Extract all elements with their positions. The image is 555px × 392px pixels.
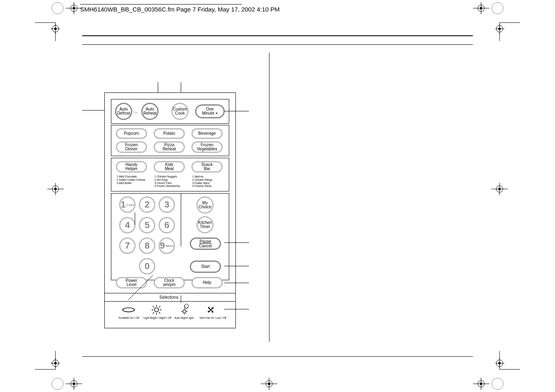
turntable-label: Turntable On / Off [114, 316, 143, 319]
header-rule-thin [82, 44, 473, 45]
potato-button[interactable]: Potato [154, 128, 185, 139]
lead-6 [224, 309, 249, 309]
key-5[interactable]: 5 [139, 217, 155, 233]
key-4[interactable]: 4 [119, 217, 136, 233]
lead-4 [224, 266, 249, 266]
divider-selections-bot [105, 301, 235, 302]
corner-mark-br [495, 351, 520, 380]
key-8[interactable]: 8 [139, 238, 155, 254]
key-1[interactable]: 1Less [119, 196, 136, 213]
lead-v4 [181, 220, 181, 245]
svg-point-55 [498, 188, 501, 190]
kids-list: 1.Chicken Nuggets 2.Hot Dogs 3.French Fr… [154, 175, 180, 188]
beverage-button[interactable]: Beverage [191, 128, 223, 139]
key-7[interactable]: 7 [119, 238, 136, 254]
svg-point-3 [492, 378, 503, 390]
corner-mark-tr [495, 12, 520, 41]
auto-reheat-button[interactable]: AutoReheat [141, 103, 159, 120]
svg-point-29 [54, 28, 57, 30]
svg-point-7 [73, 7, 75, 9]
key-6[interactable]: 6 [159, 217, 175, 233]
crop-mark-tr [473, 2, 489, 14]
pizza-reheat-button[interactable]: PizzaReheat [154, 141, 185, 153]
svg-point-51 [54, 188, 57, 190]
svg-point-35 [498, 28, 501, 30]
key-3[interactable]: 3 [159, 196, 175, 213]
light-icon[interactable] [151, 304, 162, 316]
auto-night-icon[interactable] [178, 303, 191, 316]
svg-point-57 [154, 308, 159, 312]
lead-2 [224, 111, 249, 111]
snack-list: 1.Nachos 2.Chicken Wings 3.Potato Skins … [192, 175, 212, 188]
dots: ... [134, 109, 138, 114]
svg-point-11 [480, 7, 482, 9]
side-mark-r [491, 183, 508, 195]
svg-point-23 [268, 383, 270, 385]
svg-point-2 [52, 378, 63, 390]
lead-3 [224, 242, 249, 243]
diag-lead [128, 275, 153, 300]
frozen-veg-button[interactable]: FrozenVegetables [191, 141, 223, 153]
crop-mark-tl [66, 2, 82, 14]
svg-point-41 [54, 362, 57, 364]
divider-selections-top [105, 293, 235, 293]
turntable-icon[interactable] [122, 306, 135, 314]
footer-rule [82, 356, 473, 357]
pause-cancel-button[interactable]: PauseCancel [190, 238, 221, 250]
lead-v2 [158, 82, 158, 92]
one-minute-button[interactable]: OneMinute + [195, 104, 225, 118]
crop-mark-br [473, 378, 489, 390]
autonight-label: Auto Night Light [171, 316, 197, 319]
svg-point-56 [123, 308, 134, 312]
key-2[interactable]: 2 [139, 196, 155, 213]
popcorn-button[interactable]: Popcorn [116, 128, 147, 139]
microwave-control-panel: AutoDefrost ... AutoReheat CustomCook On… [104, 92, 236, 328]
corner-mark-bl [35, 351, 60, 380]
file-header-overline [80, 4, 242, 5]
svg-point-47 [498, 362, 501, 364]
svg-line-63 [159, 312, 160, 314]
fan-icon[interactable] [206, 305, 216, 315]
key-9[interactable]: 9More [159, 238, 175, 254]
file-header: SMH6140WB_BB_CB_00356C.fm Page 7 Friday,… [80, 6, 280, 13]
crop-mark-bc [261, 378, 277, 390]
handy-helper-button[interactable]: HandyHelper [116, 161, 147, 173]
frozen-dinner-button[interactable]: FrozenDinner [116, 141, 147, 153]
svg-point-19 [480, 383, 482, 385]
light-label: Light Bright / Night / Off [143, 316, 172, 319]
svg-line-73 [128, 275, 153, 300]
lead-1 [82, 110, 104, 111]
lead-v5 [181, 295, 181, 303]
svg-line-62 [153, 306, 154, 307]
custom-cook-button[interactable]: CustomCook [171, 103, 189, 120]
help-button[interactable]: Help [191, 277, 223, 288]
kids-meal-button[interactable]: KidsMeal [154, 161, 185, 173]
column-divider [269, 53, 269, 342]
svg-point-67 [183, 310, 186, 313]
fan-label: Vent Fan Hi / Low / Off [197, 316, 229, 319]
svg-line-64 [153, 312, 154, 314]
my-choice-button[interactable]: MyChoice [196, 196, 214, 214]
corner-mark-tl [35, 12, 60, 41]
svg-point-15 [73, 383, 75, 385]
crop-mark-bl [66, 378, 82, 390]
handy-list: 1.Melt Chocolate 2.Soften Cream Cheese 3… [117, 175, 145, 184]
start-button[interactable]: Start [190, 261, 221, 273]
header-rule-thick [82, 35, 473, 36]
svg-point-66 [184, 304, 189, 308]
clock-button[interactable]: Clockam/pm [154, 277, 185, 288]
selections-label: Selections [159, 295, 178, 300]
snack-bar-button[interactable]: SnackBar [191, 161, 223, 173]
auto-defrost-button[interactable]: AutoDefrost [115, 103, 132, 120]
side-mark-l [47, 183, 64, 195]
svg-line-65 [159, 306, 160, 307]
key-0[interactable]: 0 [139, 258, 155, 274]
lead-5 [224, 283, 249, 283]
lead-v3 [181, 82, 181, 92]
kitchen-timer-button[interactable]: KitchenTimer [196, 216, 214, 233]
lead-v1 [135, 212, 135, 225]
